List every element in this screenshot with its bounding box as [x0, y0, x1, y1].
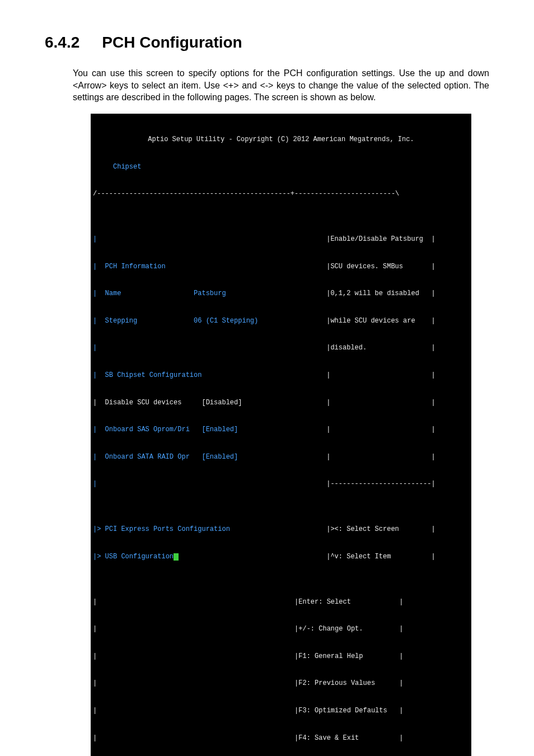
bios-row: | Name Patsburg |0,1,2 will be disabled …	[93, 289, 469, 298]
bios-row: | Onboard SAS Oprom/Dri [Enabled] | |	[93, 425, 469, 434]
bios-right: | |	[322, 425, 469, 434]
section-number: 6.4.2	[45, 34, 79, 52]
bios-row: | |disabled. |	[93, 343, 469, 352]
bios-right: |while SCU devices are |	[322, 316, 469, 325]
bios-right: | |	[322, 452, 469, 461]
document-page: 6.4.2 PCH Configuration You can use this…	[0, 0, 534, 756]
bios-row: | Onboard SATA RAID Opr [Enabled] | |	[93, 452, 469, 461]
bios-row: | Disable SCU devices [Disabled] | |	[93, 398, 469, 407]
bios-header-line1: Aptio Setup Utility - Copyright (C) 2012…	[93, 135, 469, 144]
bios-left: | Name Patsburg	[93, 289, 322, 298]
section-title: PCH Configuration	[102, 34, 242, 52]
bios-nav-row: | |Enter: Select |	[93, 598, 469, 606]
bios-row: | |-------------------------|	[93, 479, 469, 488]
bios-menu-left: |> USB Configuration	[93, 552, 322, 561]
bios-nav-row: | |F3: Optimized Defaults |	[93, 706, 469, 715]
content-column: You can use this screen to specify optio…	[73, 67, 489, 756]
section-heading-row: 6.4.2 PCH Configuration	[45, 34, 489, 52]
bios-left: | Stepping 06 (C1 Stepping)	[93, 316, 322, 325]
bios-nav-row: | |F4: Save & Exit |	[93, 734, 469, 743]
bios-menu-right: |><: Select Screen |	[322, 525, 469, 534]
bios-left: | SB Chipset Configuration	[93, 371, 322, 380]
intro-paragraph: You can use this screen to specify optio…	[73, 67, 489, 104]
bios-menu-row[interactable]: |> PCI Express Ports Configuration |><: …	[93, 525, 469, 534]
bios-right: |Enable/Disable Patsburg |	[322, 235, 469, 244]
bios-right: |0,1,2 will be disabled |	[322, 289, 469, 298]
bios-menu-right: |^v: Select Item |	[322, 552, 469, 561]
bios-row: | PCH Information |SCU devices. SMBus |	[93, 262, 469, 271]
bios-nav-row: | |F2: Previous Values |	[93, 679, 469, 688]
bios-screenshot: Aptio Setup Utility - Copyright (C) 2012…	[91, 114, 471, 756]
menu-prefix: |>	[93, 525, 105, 533]
bios-right: | |	[322, 398, 469, 407]
bios-right: | |	[322, 371, 469, 380]
bios-row: | SB Chipset Configuration | |	[93, 371, 469, 380]
bios-right: |SCU devices. SMBus |	[322, 262, 469, 271]
bios-left: |	[93, 479, 322, 488]
bios-row: | |Enable/Disable Patsburg |	[93, 235, 469, 244]
bios-right: |-------------------------|	[322, 479, 469, 488]
bios-left: |	[93, 343, 322, 352]
bios-menu-row[interactable]: |> USB Configuration |^v: Select Item |	[93, 552, 469, 561]
bios-top-border: /---------------------------------------…	[93, 189, 469, 198]
menu-label: USB Configuration	[105, 553, 174, 561]
menu-pad	[230, 525, 287, 533]
bios-row: | Stepping 06 (C1 Stepping) |while SCU d…	[93, 316, 469, 325]
bios-right: |disabled. |	[322, 343, 469, 352]
bios-header-line2: Chipset	[93, 162, 469, 171]
bios-left: | Onboard SATA RAID Opr [Enabled]	[93, 452, 322, 461]
bios-left: | PCH Information	[93, 262, 322, 271]
menu-label: PCI Express Ports Configuration	[105, 525, 230, 533]
bios-nav-row: | |+/-: Change Opt. |	[93, 624, 469, 633]
menu-prefix: |>	[93, 553, 105, 561]
bios-left: | Disable SCU devices [Disabled]	[93, 398, 322, 407]
bios-nav-row: | |F1: General Help |	[93, 652, 469, 661]
bios-left: | Onboard SAS Oprom/Dri [Enabled]	[93, 425, 322, 434]
bios-menu-left: |> PCI Express Ports Configuration	[93, 525, 322, 534]
bios-left: |	[93, 235, 322, 244]
menu-pad	[179, 553, 287, 561]
cursor-block-icon	[174, 553, 179, 561]
